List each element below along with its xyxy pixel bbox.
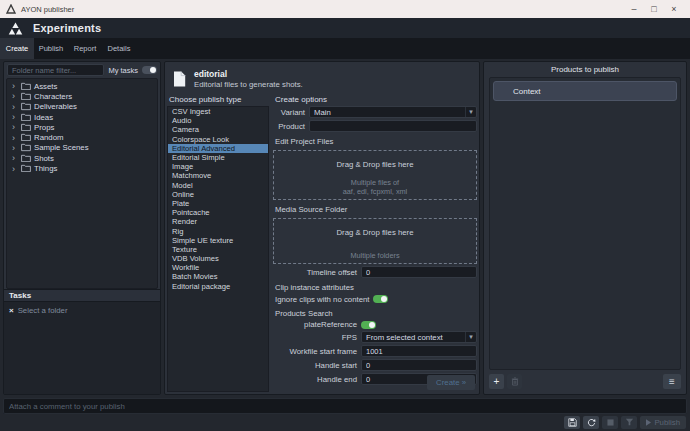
- selected-type-description: Editorial files to generate shots.: [194, 80, 303, 89]
- tab-bar: CreatePublishReportDetails: [0, 38, 690, 59]
- publish-type-item[interactable]: Online: [168, 190, 268, 199]
- folder-tree-item[interactable]: › Things: [7, 163, 157, 173]
- publish-type-label: Camera: [172, 125, 199, 134]
- create-button[interactable]: Create »: [427, 375, 475, 390]
- chevron-right-icon[interactable]: ›: [12, 165, 18, 173]
- variant-dropdown[interactable]: Main ▾: [309, 106, 477, 118]
- chevron-down-icon[interactable]: ▾: [465, 332, 476, 342]
- publish-type-item[interactable]: Editorial Simple: [168, 153, 268, 162]
- folder-tree-item[interactable]: › Sample Scenes: [7, 143, 157, 153]
- selected-type-title: editorial: [194, 69, 303, 79]
- publish-type-item[interactable]: Pointcache: [168, 208, 268, 217]
- chevron-right-icon[interactable]: ›: [12, 144, 18, 152]
- folder-tree-item[interactable]: › Characters: [7, 91, 157, 101]
- publish-type-label: Colorspace Look: [172, 135, 229, 144]
- publish-type-item[interactable]: Audio: [168, 116, 268, 125]
- chevron-right-icon[interactable]: ›: [12, 134, 18, 142]
- edit-project-files-dropzone[interactable]: Drag & Drop files here Multiple files of…: [273, 150, 477, 200]
- handle-start-input[interactable]: [361, 359, 477, 371]
- folder-icon: [21, 123, 31, 132]
- publish-type-item[interactable]: Texture: [168, 245, 268, 254]
- context-group[interactable]: Context: [493, 81, 677, 101]
- product-row: Product: [273, 120, 477, 132]
- ignore-clips-toggle[interactable]: [373, 295, 388, 303]
- publish-type-item[interactable]: Camera: [168, 125, 268, 134]
- document-icon: [173, 71, 186, 87]
- workfile-start-frame-input[interactable]: [361, 345, 477, 357]
- delete-product-button[interactable]: [507, 374, 522, 389]
- ayon-logo-icon: [8, 22, 23, 35]
- plate-reference-toggle[interactable]: [361, 321, 376, 329]
- minimize-icon[interactable]: –: [624, 4, 644, 14]
- refresh-icon: [587, 418, 596, 427]
- create-options-header: Create options: [273, 95, 477, 106]
- tab[interactable]: Create: [0, 38, 34, 59]
- chevron-right-icon[interactable]: ›: [12, 154, 18, 162]
- folder-icon: [21, 164, 31, 173]
- chevron-right-icon[interactable]: ›: [12, 113, 18, 121]
- handle-start-label: Handle start: [273, 361, 357, 370]
- chevron-right-icon[interactable]: ›: [12, 82, 18, 90]
- publish-type-item[interactable]: Batch Movies: [168, 272, 268, 281]
- publish-type-item[interactable]: VDB Volumes: [168, 254, 268, 263]
- save-button[interactable]: [564, 416, 580, 429]
- tab[interactable]: Report: [68, 38, 102, 59]
- publish-type-item[interactable]: Matchmove: [168, 171, 268, 180]
- chevron-right-icon[interactable]: ›: [12, 103, 18, 111]
- filter-button[interactable]: [621, 416, 637, 429]
- timeline-offset-row: Timeline offset: [273, 266, 477, 278]
- publish-type-item[interactable]: Colorspace Look: [168, 135, 268, 144]
- publish-type-item[interactable]: Workfile: [168, 263, 268, 272]
- folder-tree-item[interactable]: › Random: [7, 132, 157, 142]
- clear-filter-icon[interactable]: ×: [9, 306, 14, 315]
- folder-filter-input[interactable]: [7, 64, 104, 76]
- publish-type-item[interactable]: Simple UE texture: [168, 236, 268, 245]
- chevron-right-icon[interactable]: ›: [12, 123, 18, 131]
- comment-input[interactable]: [3, 398, 687, 414]
- publish-type-item[interactable]: Render: [168, 217, 268, 226]
- menu-icon[interactable]: ≡: [663, 374, 681, 389]
- refresh-button[interactable]: [583, 416, 599, 429]
- media-source-folder-dropzone[interactable]: Drag & Drop files here Multiple folders: [273, 218, 477, 264]
- publish-type-item[interactable]: CSV Ingest: [168, 107, 268, 116]
- my-tasks-toggle[interactable]: [142, 66, 157, 74]
- folder-panel: My tasks › Assets › Characters › D: [3, 61, 161, 395]
- publish-type-label: Pointcache: [172, 208, 210, 217]
- folder-tree-item[interactable]: › Assets: [7, 81, 157, 91]
- publish-type-item[interactable]: Editorial package: [168, 282, 268, 291]
- timeline-offset-input[interactable]: [361, 266, 477, 278]
- workfile-start-frame-label: Workfile start frame: [273, 347, 357, 356]
- folder-icon: [21, 102, 31, 111]
- folder-tree-item[interactable]: › Deliverables: [7, 102, 157, 112]
- publish-type-item[interactable]: Editorial Advanced: [168, 144, 268, 153]
- folder-tree-item[interactable]: › Props: [7, 122, 157, 132]
- publish-type-label: Workfile: [172, 263, 199, 272]
- publish-type-item[interactable]: Rig: [168, 226, 268, 235]
- maximize-icon[interactable]: □: [644, 4, 664, 14]
- folder-icon: [21, 82, 31, 91]
- folder-name: Shots: [34, 154, 54, 163]
- tab[interactable]: Details: [102, 38, 136, 59]
- product-input[interactable]: [309, 120, 477, 132]
- close-icon[interactable]: ×: [664, 4, 684, 14]
- publish-type-item[interactable]: Image: [168, 162, 268, 171]
- publish-type-item[interactable]: Model: [168, 181, 268, 190]
- plate-reference-label: plateReference: [273, 320, 357, 329]
- tab-label: Report: [74, 44, 97, 53]
- chevron-down-icon[interactable]: ▾: [465, 107, 476, 117]
- stop-button[interactable]: [602, 416, 618, 429]
- folder-name: Deliverables: [34, 102, 77, 111]
- publish-type-label: Image: [172, 162, 193, 171]
- publish-type-item[interactable]: Plate: [168, 199, 268, 208]
- dropzone-text: Drag & Drop files here: [336, 160, 413, 169]
- chevron-right-icon[interactable]: ›: [12, 92, 18, 100]
- fps-dropdown[interactable]: From selected context ▾: [361, 331, 477, 343]
- folder-tree-item[interactable]: › Shots: [7, 153, 157, 163]
- tab[interactable]: Publish: [34, 38, 68, 59]
- publish-type-label: Editorial Advanced: [172, 144, 235, 153]
- stop-icon: [607, 419, 614, 426]
- folder-tree-item[interactable]: › Ideas: [7, 112, 157, 122]
- add-product-button[interactable]: +: [489, 374, 504, 389]
- publish-button[interactable]: Publish: [640, 416, 686, 429]
- publish-type-header: Choose publish type: [167, 95, 269, 106]
